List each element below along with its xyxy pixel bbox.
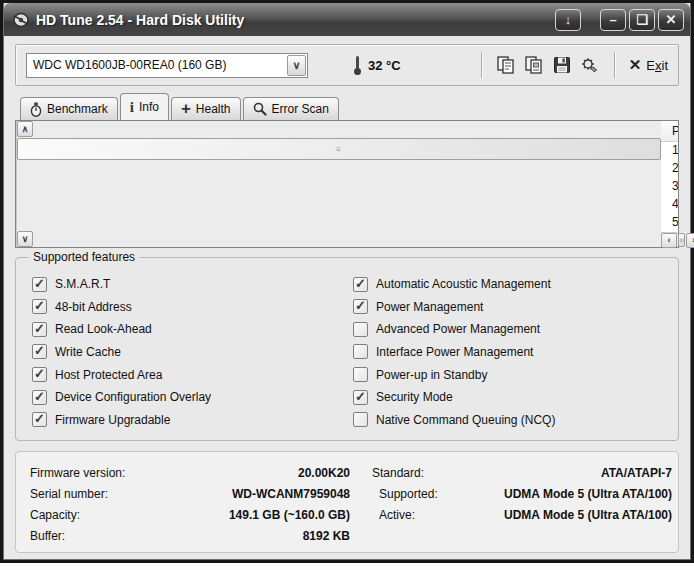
feature-write-cache[interactable]: Write Cache	[32, 342, 349, 362]
tab-benchmark[interactable]: Benchmark	[20, 97, 118, 120]
detail-value: UDMA Mode 5 (Ultra ATA/100)	[504, 487, 672, 501]
scroll-left-icon[interactable]: ‹	[661, 233, 677, 248]
detail-value: UDMA Mode 5 (Ultra ATA/100)	[504, 508, 672, 522]
feature-automatic-acoustic-management[interactable]: Automatic Acoustic Management	[353, 274, 670, 294]
toolbar-separator	[481, 52, 482, 78]
feature-label: Power-up in Standby	[376, 368, 487, 382]
drive-select[interactable]: WDC WD1600JB-00REA0 (160 GB) ∨	[26, 53, 308, 78]
detail-label: Buffer:	[30, 529, 162, 543]
table-row[interactable]: 5 D:\ SOFT 22459 MB 95.97% FAT32 No	[661, 214, 678, 232]
copy-text-button[interactable]	[492, 51, 520, 79]
scroll-down-icon[interactable]: ∨	[17, 231, 33, 247]
feature-power-up-in-standby[interactable]: Power-up in Standby	[353, 365, 670, 385]
feature-native-command-queuing[interactable]: Native Command Queuing (NCQ)	[353, 410, 670, 430]
checkbox-icon[interactable]	[32, 367, 47, 382]
column-header-partition[interactable]: Partition	[661, 121, 678, 141]
checkbox-icon[interactable]	[32, 344, 47, 359]
checkbox-icon[interactable]	[353, 344, 368, 359]
checkbox-icon[interactable]	[353, 367, 368, 382]
app-icon	[12, 11, 30, 29]
checkbox-icon[interactable]	[32, 299, 47, 314]
table-row[interactable]: 1 C:\ SYSTEM 4259 MB 81.64% FAT32 Yes	[661, 142, 678, 160]
table-row[interactable]: 2 3749 MB 0.00% unknown ... No	[661, 160, 678, 178]
feature-label: Read Look-Ahead	[55, 322, 152, 336]
detail-label: Firmware version:	[30, 466, 162, 480]
feature-device-configuration-overlay[interactable]: Device Configuration Overlay	[32, 387, 349, 407]
scroll-up-icon[interactable]: ∧	[17, 121, 33, 137]
window-title: HD Tune 2.54 - Hard Disk Utility	[36, 12, 552, 28]
tab-error-scan[interactable]: Error Scan	[243, 97, 339, 120]
drive-details-panel: Firmware version: 20.00K20 Serial number…	[15, 451, 679, 553]
tab-label: Health	[196, 102, 231, 116]
detail-capacity: Capacity: 149.1 GB (~160.0 GB)	[30, 504, 350, 525]
feature-smart[interactable]: S.M.A.R.T	[32, 274, 349, 294]
minimize-to-tray-button[interactable]: ↓	[555, 9, 581, 31]
feature-label: Native Command Queuing (NCQ)	[376, 413, 555, 427]
vertical-scrollbar[interactable]: ∧ ≡ ∨	[16, 121, 661, 247]
save-screenshot-button[interactable]	[548, 51, 576, 79]
table-row[interactable]: 4 517 MB 0.00% unknown ... No	[661, 196, 678, 214]
detail-label: Standard:	[372, 466, 504, 480]
cell-partition: 5	[661, 214, 678, 232]
detail-label: Capacity:	[30, 508, 162, 522]
detail-value: 149.1 GB (~160.0 GB)	[162, 508, 350, 522]
detail-value: 20.00K20	[162, 466, 350, 480]
close-button[interactable]: ✕	[658, 9, 684, 31]
window-body: WDC WD1600JB-00REA0 (160 GB) ∨ 32 °C	[4, 36, 690, 563]
horizontal-scrollbar[interactable]: ‹ ≡ ›	[661, 232, 678, 247]
feature-label: Firmware Upgradable	[55, 413, 170, 427]
checkbox-icon[interactable]	[32, 322, 47, 337]
save-icon	[552, 55, 572, 75]
copy-image-button[interactable]	[520, 51, 548, 79]
feature-host-protected-area[interactable]: Host Protected Area	[32, 365, 349, 385]
cell-partition: 4	[661, 196, 678, 214]
tab-info[interactable]: i Info	[120, 93, 169, 120]
features-left-column: S.M.A.R.T 48-bit Address Read Look-Ahead	[32, 272, 349, 436]
checkbox-icon[interactable]	[353, 277, 368, 292]
detail-label: Supported:	[372, 487, 504, 501]
checkbox-icon[interactable]	[353, 390, 368, 405]
chevron-down-icon[interactable]: ∨	[287, 55, 306, 76]
feature-firmware-upgradable[interactable]: Firmware Upgradable	[32, 410, 349, 430]
feature-label: Power Management	[376, 300, 483, 314]
horizontal-scroll-thumb[interactable]: ≡	[678, 233, 685, 247]
vertical-scroll-track[interactable]	[17, 161, 661, 231]
cell-partition: 1	[661, 142, 678, 160]
feature-label: 48-bit Address	[55, 300, 132, 314]
tab-label: Info	[139, 100, 159, 114]
feature-read-look-ahead[interactable]: Read Look-Ahead	[32, 319, 349, 339]
feature-power-management[interactable]: Power Management	[353, 297, 670, 317]
exit-x-icon: ✕	[629, 56, 642, 74]
scroll-right-icon[interactable]: ›	[686, 233, 694, 248]
info-icon: i	[130, 99, 134, 116]
feature-label: Automatic Acoustic Management	[376, 277, 551, 291]
minimize-button[interactable]: –	[600, 9, 626, 31]
checkbox-icon[interactable]	[353, 322, 368, 337]
tab-label: Error Scan	[272, 102, 329, 116]
vertical-scroll-thumb[interactable]: ≡	[17, 138, 661, 160]
checkbox-icon[interactable]	[32, 412, 47, 427]
exit-label: Exit	[646, 58, 668, 73]
options-button[interactable]	[576, 51, 604, 79]
partition-table-header: Partition Drive letter Label Capacity Us…	[661, 121, 678, 142]
checkbox-icon[interactable]	[353, 412, 368, 427]
feature-48bit-address[interactable]: 48-bit Address	[32, 297, 349, 317]
feature-security-mode[interactable]: Security Mode	[353, 387, 670, 407]
tab-health[interactable]: + Health	[171, 97, 241, 120]
detail-label: Serial number:	[30, 487, 162, 501]
checkbox-icon[interactable]	[32, 390, 47, 405]
checkbox-icon[interactable]	[32, 277, 47, 292]
screenshot-frame: HD Tune 2.54 - Hard Disk Utility ↓ – ❑ ✕…	[0, 3, 694, 567]
maximize-button[interactable]: ❑	[629, 9, 655, 31]
feature-interface-power-management[interactable]: Interface Power Management	[353, 342, 670, 362]
drive-select-value: WDC WD1600JB-00REA0 (160 GB)	[27, 58, 287, 72]
feature-label: Interface Power Management	[376, 345, 533, 359]
cell-partition: 2	[661, 160, 678, 178]
exit-button[interactable]: ✕ Exit	[629, 56, 668, 74]
table-row[interactable]: 3 5789 MB 0.00% unknown ... No	[661, 178, 678, 196]
checkbox-icon[interactable]	[353, 299, 368, 314]
detail-supported-mode: Supported: UDMA Mode 5 (Ultra ATA/100)	[372, 483, 672, 504]
feature-advanced-power-management[interactable]: Advanced Power Management	[353, 319, 670, 339]
thermometer-icon	[354, 56, 361, 75]
cell-partition: 3	[661, 178, 678, 196]
